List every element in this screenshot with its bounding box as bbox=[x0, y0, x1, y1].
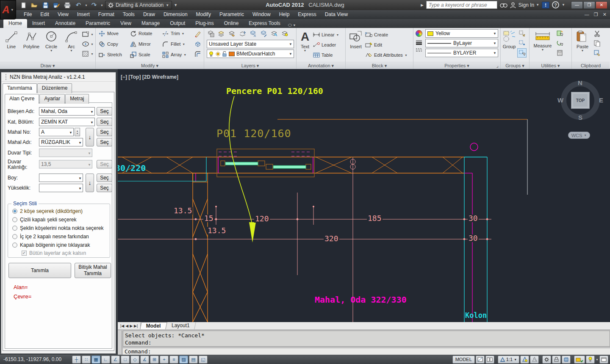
dynamic-input-toggle[interactable]: + bbox=[160, 356, 169, 364]
workspace-switching-button[interactable] bbox=[542, 356, 551, 364]
infocenter-collapse-arrow[interactable]: ▸ bbox=[421, 2, 424, 8]
layer-thaw-sun-icon[interactable] bbox=[215, 51, 221, 57]
polar-tracking-toggle[interactable]: ∠ bbox=[111, 356, 120, 364]
tab-layout1[interactable]: Layout1 bbox=[166, 322, 196, 329]
layer-freeze-button[interactable] bbox=[248, 29, 258, 39]
tab-express-tools[interactable]: Express Tools bbox=[244, 19, 285, 28]
new-file-button[interactable] bbox=[19, 1, 28, 9]
yukseklik-sec-button[interactable]: Seç bbox=[97, 184, 112, 192]
copy-clip-tool[interactable] bbox=[592, 39, 602, 48]
model-space-viewport[interactable]: [−] [Top] [2D Wireframe] Pencere P01 120… bbox=[118, 69, 610, 322]
tab-annotate[interactable]: Annotate bbox=[50, 19, 80, 28]
quick-view-drawings-button[interactable] bbox=[485, 356, 494, 364]
boy-combo[interactable]: ▼ bbox=[39, 174, 83, 182]
toolbar-lock-button[interactable] bbox=[552, 356, 561, 364]
kat-bolum-combo[interactable]: ZEMİN KAT▼ bbox=[39, 118, 95, 126]
search-binoculars-icon[interactable] bbox=[500, 2, 507, 8]
linetype-icon[interactable] bbox=[416, 48, 422, 52]
menu-tools[interactable]: Tools bbox=[119, 10, 139, 19]
offset-tool[interactable] bbox=[193, 50, 202, 59]
object-snap-toggle[interactable]: □ bbox=[121, 356, 130, 364]
move-tool[interactable]: Move bbox=[98, 29, 130, 38]
grid-display-toggle[interactable]: ▦ bbox=[92, 356, 100, 364]
menu-view[interactable]: View bbox=[53, 10, 73, 19]
search-box[interactable] bbox=[426, 1, 497, 9]
layer-color-swatch[interactable] bbox=[229, 52, 235, 56]
bilesen-adi-combo[interactable]: Mahal, Oda▼ bbox=[39, 107, 95, 116]
ortho-mode-toggle[interactable]: ∟ bbox=[101, 356, 110, 364]
layer-unlock-icon[interactable] bbox=[222, 51, 227, 57]
app-menu-button[interactable]: A ▼ bbox=[0, 0, 16, 19]
layer-lock-button[interactable] bbox=[259, 29, 268, 39]
boy-down-arrow-button[interactable]: ↓ bbox=[86, 174, 94, 192]
plot-button[interactable] bbox=[63, 1, 72, 9]
bitisik-mahal-tanimla-button[interactable]: Bitişik Mahal Tanımla bbox=[75, 263, 111, 278]
trim-tool[interactable]: Trim▼ bbox=[162, 29, 192, 38]
menu-help[interactable]: Help bbox=[275, 10, 294, 19]
layer-state-dropdown[interactable]: Unsaved Layer State▼ bbox=[207, 40, 294, 48]
menu-edit[interactable]: Edit bbox=[36, 10, 53, 19]
quick-properties-toggle[interactable]: ▤ bbox=[189, 356, 198, 364]
circle-tool[interactable]: Circle ▼ bbox=[42, 29, 61, 58]
paste-tool[interactable]: Paste ▼ bbox=[573, 29, 592, 58]
panel-block-footer[interactable]: Block ▾ bbox=[346, 62, 413, 69]
group-edit-tool[interactable] bbox=[517, 39, 527, 48]
mirror-tool[interactable]: Mirror bbox=[130, 40, 162, 48]
color-wheel-icon[interactable] bbox=[416, 30, 422, 37]
lineweight-dropdown[interactable]: ByLayer▼ bbox=[425, 39, 498, 47]
linetype-dropdown[interactable]: BYLAYER▼ bbox=[425, 49, 498, 57]
radio-nested-objects[interactable]: İç içe 2 kapalı nesne farkından bbox=[12, 234, 89, 240]
workspace-switcher[interactable]: Drafting & Annotation ▼ bbox=[105, 1, 172, 9]
annotation-visibility-button[interactable] bbox=[520, 356, 529, 364]
menu-draw[interactable]: Draw bbox=[139, 10, 159, 19]
tab-insert[interactable]: Insert bbox=[27, 19, 50, 28]
layer-dropdown[interactable]: BMetDuvarHatch ▼ bbox=[207, 50, 294, 58]
panel-layers-footer[interactable]: Layers ▾ bbox=[204, 62, 296, 69]
layer-current-button[interactable] bbox=[280, 29, 289, 39]
stretch-tool[interactable]: Stretch bbox=[98, 50, 130, 59]
erase-tool[interactable] bbox=[193, 29, 202, 39]
selection-cycling-toggle[interactable]: ◱ bbox=[199, 356, 208, 364]
coordinates-readout[interactable]: -6150.13, -11927.96, 0.00 bbox=[0, 356, 71, 362]
cut-tool[interactable] bbox=[592, 29, 602, 38]
command-input[interactable]: Command: bbox=[123, 348, 610, 355]
layer-off-button[interactable] bbox=[216, 29, 226, 39]
explode-tool[interactable] bbox=[193, 39, 202, 49]
fillet-tool[interactable]: Fillet▼ bbox=[162, 40, 192, 48]
model-space-button[interactable]: MODEL bbox=[452, 356, 475, 364]
lineweight-toggle[interactable]: ≡ bbox=[169, 356, 178, 364]
mahal-no-spinner[interactable]: ▲▼ bbox=[75, 128, 80, 136]
viewcube-top-face[interactable]: TOP bbox=[571, 92, 590, 109]
object-visibility-bulb-button[interactable] bbox=[586, 356, 595, 364]
search-input[interactable] bbox=[429, 2, 495, 8]
transparency-toggle[interactable]: ▨ bbox=[179, 356, 188, 364]
status-overflow-caret[interactable]: ▼ bbox=[596, 358, 599, 361]
layer-match-button[interactable] bbox=[269, 29, 279, 39]
layer-properties-button[interactable] bbox=[206, 29, 215, 39]
group-selection-toggle[interactable] bbox=[517, 48, 527, 58]
viewcube-east[interactable]: E bbox=[599, 97, 603, 104]
infer-constraints-toggle[interactable]: ┼ bbox=[72, 356, 81, 364]
next-tab-icon[interactable]: ▶ bbox=[130, 324, 133, 328]
sign-in-button[interactable]: Sign In ▼ bbox=[518, 2, 539, 8]
command-window-grip[interactable] bbox=[118, 331, 122, 354]
autoscale-button[interactable] bbox=[530, 356, 539, 364]
prev-tab-icon[interactable]: ◀ bbox=[125, 324, 128, 328]
redo-dropdown-caret[interactable]: ▼ bbox=[100, 4, 103, 7]
mahal-adi-combo[interactable]: RÜZGARLIK▼ bbox=[39, 138, 83, 146]
tab-manage[interactable]: Manage bbox=[136, 19, 165, 28]
radio-click-inside[interactable]: Kapalı bölgenin içine tıklayarak bbox=[12, 242, 90, 248]
viewcube-west[interactable]: W bbox=[557, 97, 563, 104]
3d-object-snap-toggle[interactable]: ◇ bbox=[130, 356, 139, 364]
table-tool[interactable]: Table bbox=[313, 51, 339, 59]
tab-tanimlama[interactable]: Tanımlama bbox=[3, 83, 37, 93]
document-window-controls[interactable]: — ❐ ✕ bbox=[585, 10, 608, 19]
tanimla-button[interactable]: Tanımla bbox=[8, 263, 71, 278]
panel-annotation-footer[interactable]: Annotation ▾ bbox=[297, 62, 345, 69]
viewcube[interactable]: N W E S TOP bbox=[561, 81, 600, 120]
radio-two-corners[interactable]: 2 köşe seçerek (dikdörtgen) bbox=[12, 208, 83, 214]
help-icon[interactable]: ? bbox=[552, 1, 559, 8]
menu-window[interactable]: Window bbox=[248, 10, 275, 19]
viewport-controls-label[interactable]: [−] [Top] [2D Wireframe] bbox=[121, 74, 178, 80]
last-tab-icon[interactable]: ▶| bbox=[134, 324, 138, 328]
